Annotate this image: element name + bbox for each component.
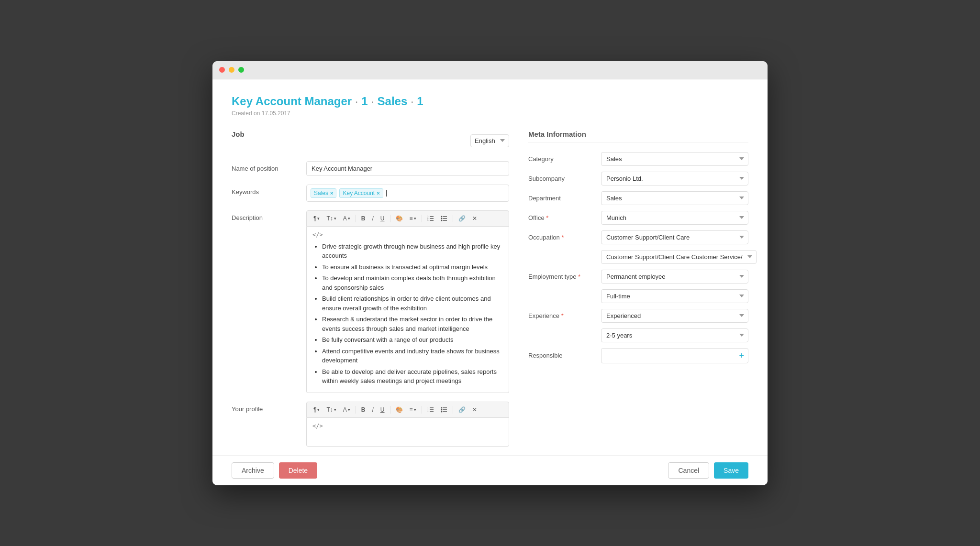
cancel-button[interactable]: Cancel xyxy=(668,462,709,479)
font-btn[interactable]: A ▾ xyxy=(340,214,353,223)
occupation-label: Occupation * xyxy=(528,234,595,241)
profile-align-btn[interactable]: ≡ ▾ xyxy=(407,405,419,415)
meta-section: Meta Information Category Sales Marketin… xyxy=(528,130,748,455)
experience-select[interactable]: Experienced Entry-level Senior xyxy=(601,309,748,323)
employment-type-select[interactable]: Permanent employee Temporary xyxy=(601,270,748,284)
job-label: Job xyxy=(232,130,245,142)
department-label: Department xyxy=(528,195,595,202)
keywords-label: Keywords xyxy=(232,185,299,196)
ordered-list-btn[interactable]: 1.2.3. xyxy=(424,214,437,223)
your-profile-label: Your profile xyxy=(232,402,299,413)
employment-time-select[interactable]: Full-time Part-time xyxy=(601,289,748,303)
close-button[interactable] xyxy=(219,67,225,73)
description-editor[interactable]: </> Drive strategic growth through new b… xyxy=(306,227,509,393)
responsible-input[interactable]: + xyxy=(601,348,748,363)
responsible-row: Responsible + xyxy=(528,348,748,363)
keywords-row: Keywords Sales × Key Account × xyxy=(232,185,509,202)
tag-key-account: Key Account × xyxy=(339,188,383,198)
list-item: Build client relationships in order to d… xyxy=(322,294,503,313)
name-of-position-label: Name of position xyxy=(232,161,299,172)
job-section-header: Job English German xyxy=(232,130,509,152)
created-date: Created on 17.05.2017 xyxy=(232,110,748,117)
svg-point-11 xyxy=(441,219,442,221)
experience-sub-row: 2-5 years 1-2 years 5+ years xyxy=(528,328,748,342)
occupation-sub-row: Customer Support/Client Care Customer Se… xyxy=(528,250,748,264)
tag-sales: Sales × xyxy=(311,188,336,198)
meta-header: Meta Information xyxy=(528,130,748,142)
italic-btn[interactable]: I xyxy=(369,214,376,223)
list-item: To develop and maintain complex deals bo… xyxy=(322,273,503,292)
link-btn[interactable]: 🔗 xyxy=(456,214,468,223)
clear-format-btn[interactable]: ✕ xyxy=(469,214,480,223)
category-label: Category xyxy=(528,155,595,163)
profile-bold-btn[interactable]: B xyxy=(358,405,368,415)
experience-years-select[interactable]: 2-5 years 1-2 years 5+ years xyxy=(601,328,748,342)
titlebar xyxy=(212,61,768,79)
main-content: Key Account Manager · 1 · Sales · 1 Crea… xyxy=(212,79,768,455)
bold-btn[interactable]: B xyxy=(358,214,368,223)
responsible-label: Responsible xyxy=(528,352,595,359)
keywords-input[interactable]: Sales × Key Account × xyxy=(306,185,509,202)
category-row: Category Sales Marketing Engineering xyxy=(528,152,748,166)
text-size-btn[interactable]: T↕ ▾ xyxy=(323,214,339,223)
office-label: Office * xyxy=(528,214,595,221)
subcompany-row: Subcompany Personio Ltd. xyxy=(528,172,748,186)
list-item: Research & understand the market sector … xyxy=(322,315,503,333)
align-btn[interactable]: ≡ ▾ xyxy=(407,214,419,223)
archive-button[interactable]: Archive xyxy=(232,462,274,479)
profile-clear-btn[interactable]: ✕ xyxy=(469,405,480,415)
profile-ol-btn[interactable]: 1.2.3. xyxy=(424,405,437,415)
office-row: Office * Munich xyxy=(528,211,748,225)
list-item: Be fully conversant with a range of our … xyxy=(322,335,503,345)
page-title: Key Account Manager · 1 · Sales · 1 xyxy=(232,95,423,108)
svg-point-21 xyxy=(441,407,442,408)
unordered-list-btn[interactable] xyxy=(438,214,450,223)
svg-point-10 xyxy=(441,218,442,219)
profile-italic-btn[interactable]: I xyxy=(369,405,376,415)
tag-sales-remove[interactable]: × xyxy=(330,190,333,196)
occupation-sub-select[interactable]: Customer Support/Client Care Customer Se… xyxy=(601,250,757,264)
employment-type-row: Employment type * Permanent employee Tem… xyxy=(528,270,748,284)
profile-color-btn[interactable]: 🎨 xyxy=(393,405,406,415)
description-label: Description xyxy=(232,210,299,221)
tag-key-account-remove[interactable]: × xyxy=(377,190,379,196)
name-of-position-row: Name of position xyxy=(232,161,509,176)
app-window: Key Account Manager · 1 · Sales · 1 Crea… xyxy=(212,61,768,485)
experience-row: Experience * Experienced Entry-level Sen… xyxy=(528,309,748,323)
office-select[interactable]: Munich xyxy=(601,211,748,225)
list-item: To ensure all business is transacted at … xyxy=(322,262,503,272)
list-item: Be able to develop and deliver accurate … xyxy=(322,367,503,386)
svg-text:3.: 3. xyxy=(427,219,429,221)
color-btn[interactable]: 🎨 xyxy=(393,214,406,223)
employment-type-sub-row: Full-time Part-time xyxy=(528,289,748,303)
profile-font-btn[interactable]: A ▾ xyxy=(340,405,353,415)
minimize-button[interactable] xyxy=(229,67,234,73)
name-of-position-input[interactable] xyxy=(306,161,509,176)
occupation-select[interactable]: Customer Support/Client Care xyxy=(601,230,748,244)
subcompany-select[interactable]: Personio Ltd. xyxy=(601,172,748,186)
delete-button[interactable]: Delete xyxy=(279,462,317,479)
category-select[interactable]: Sales Marketing Engineering xyxy=(601,152,748,166)
profile-paragraph-btn[interactable]: ¶ ▾ xyxy=(311,405,323,415)
profile-text-size-btn[interactable]: T↕ ▾ xyxy=(323,405,339,415)
profile-link-btn[interactable]: 🔗 xyxy=(456,405,468,415)
profile-toolbar: ¶ ▾ T↕ ▾ A ▾ B I U 🎨 ≡ ▾ xyxy=(306,402,509,418)
svg-point-9 xyxy=(441,216,442,217)
description-row: Description ¶ ▾ T↕ ▾ A ▾ B I U 🎨 xyxy=(232,210,509,393)
svg-point-22 xyxy=(441,409,442,410)
bottom-bar: Archive Delete Cancel Save xyxy=(212,455,768,485)
profile-underline-btn[interactable]: U xyxy=(378,405,388,415)
profile-editor[interactable]: </> xyxy=(306,418,509,447)
employment-type-label: Employment type * xyxy=(528,273,595,280)
fullscreen-button[interactable] xyxy=(238,67,244,73)
occupation-row: Occupation * Customer Support/Client Car… xyxy=(528,230,748,244)
description-list: Drive strategic growth through new busin… xyxy=(312,242,503,386)
profile-ul-btn[interactable] xyxy=(438,405,450,415)
department-select[interactable]: Sales xyxy=(601,191,748,205)
underline-btn[interactable]: U xyxy=(378,214,388,223)
language-select[interactable]: English German xyxy=(470,134,509,147)
paragraph-btn[interactable]: ¶ ▾ xyxy=(311,214,323,223)
save-button[interactable]: Save xyxy=(714,462,748,479)
svg-text:3.: 3. xyxy=(427,410,429,413)
list-item: Attend competitive events and industry t… xyxy=(322,347,503,365)
